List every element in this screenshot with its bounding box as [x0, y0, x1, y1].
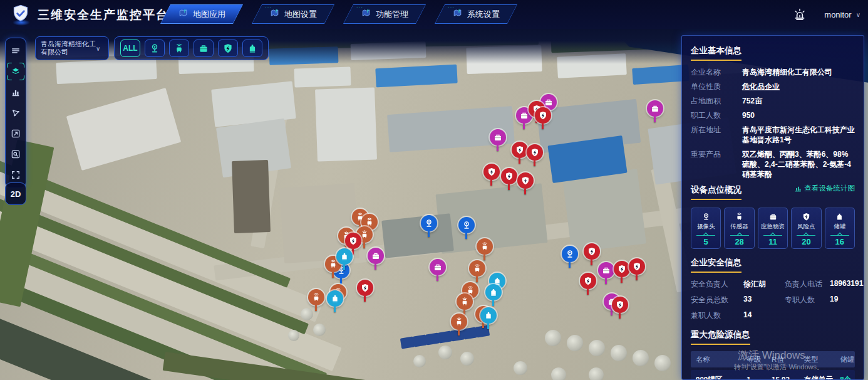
- marker-sensor[interactable]: [308, 289, 324, 305]
- device-stats-link[interactable]: 查看设备统计图: [794, 184, 855, 193]
- filter-sensor-button[interactable]: [169, 40, 189, 57]
- safety-value: 14: [743, 310, 785, 321]
- nav-tab-地图应用[interactable]: 地图应用: [160, 4, 243, 24]
- marker-camera[interactable]: [562, 246, 578, 262]
- info-label: 重要产品: [691, 149, 742, 179]
- marker-tank[interactable]: [336, 248, 353, 265]
- scene-3d-tool[interactable]: [9, 65, 23, 78]
- info-row-企业名称: 企业名称青岛海湾精细化工有限公司: [691, 67, 855, 77]
- filter-camera-button[interactable]: [145, 40, 165, 57]
- table-cell: 15.92: [767, 376, 799, 380]
- header-bar: 三维安全生产监控平台 地图应用···地图设置···功能管理···系统设置 mon…: [0, 0, 868, 29]
- stat-card-风险点[interactable]: 风险点20: [791, 208, 821, 249]
- marker-risk[interactable]: [629, 258, 645, 275]
- stat-card-摄像头[interactable]: 摄像头5: [691, 208, 721, 249]
- marker-risk[interactable]: [535, 107, 551, 124]
- marker-risk[interactable]: [580, 273, 596, 289]
- marker-supplies[interactable]: [430, 259, 446, 275]
- stat-value: 28: [735, 237, 743, 246]
- map-building: [466, 45, 542, 74]
- stat-card-储罐[interactable]: 储罐16: [825, 208, 855, 249]
- marker-camera[interactable]: [458, 217, 475, 233]
- marker-risk[interactable]: [527, 144, 543, 161]
- marker-risk[interactable]: [345, 233, 361, 249]
- marker-risk[interactable]: [501, 168, 517, 184]
- marker-camera[interactable]: [421, 215, 437, 231]
- marker-sensor[interactable]: [477, 238, 493, 255]
- bar-chart-icon: [794, 184, 802, 193]
- map-building: [315, 87, 377, 161]
- section-title-hazards: 重大危险源信息: [691, 329, 750, 345]
- inspect-tool[interactable]: [9, 147, 23, 161]
- marker-sensor[interactable]: [457, 293, 473, 310]
- info-value: 青岛海湾精细化工有限公司: [742, 67, 832, 77]
- page-title: 三维安全生产监控平台: [38, 7, 169, 23]
- marker-supplies[interactable]: [598, 262, 614, 278]
- marker-tank[interactable]: [480, 307, 497, 324]
- company-select-value: 青岛海湾精细化工有限公司: [41, 40, 96, 56]
- marker-sensor[interactable]: [469, 260, 485, 277]
- marker-tank[interactable]: [327, 290, 343, 307]
- table-cell: 8个: [835, 375, 855, 380]
- marker-supplies[interactable]: [368, 248, 384, 264]
- stat-value: 5: [704, 237, 708, 246]
- stat-card-传感器[interactable]: 传感器28: [724, 208, 754, 249]
- nav-tab-系统设置[interactable]: ···系统设置: [435, 4, 517, 24]
- map-building: [562, 169, 646, 253]
- info-row-占地面积: 占地面积752亩: [691, 96, 855, 106]
- stat-divider: [730, 233, 749, 236]
- safety-value: 33: [743, 295, 785, 305]
- table-cell: 1: [741, 376, 767, 380]
- marker-sensor[interactable]: [451, 314, 467, 330]
- alarm-siren-icon[interactable]: [792, 6, 808, 23]
- table-header-row: 名称等级R值类型储罐: [691, 351, 855, 367]
- stats-tool[interactable]: [9, 85, 23, 99]
- map-building: [232, 160, 271, 233]
- filter-all-button[interactable]: ALL: [120, 40, 140, 57]
- safety-value: [830, 310, 864, 321]
- map-building: [56, 58, 157, 84]
- marker-tank[interactable]: [485, 284, 502, 300]
- chevron-down-icon: ∨: [96, 45, 100, 52]
- marker-risk[interactable]: [517, 172, 534, 189]
- polygon-tool[interactable]: [9, 106, 23, 120]
- stat-divider: [763, 233, 782, 236]
- measure-tool[interactable]: [9, 127, 23, 140]
- user-menu[interactable]: monitor ∨: [824, 10, 860, 19]
- filter-supplies-button[interactable]: [194, 40, 214, 57]
- table-row[interactable]: 909罐区115.92存储单元8个: [691, 370, 855, 380]
- company-select[interactable]: 青岛海湾精细化工有限公司 ∨: [35, 36, 109, 60]
- stat-card-应急物资[interactable]: 应急物资11: [758, 208, 788, 249]
- table-cell: 909罐区: [691, 375, 741, 380]
- marker-risk[interactable]: [614, 261, 630, 277]
- map-building: [381, 213, 454, 258]
- table-header-cell: 储罐: [835, 355, 855, 364]
- toggle-2d-button[interactable]: 2D: [5, 182, 26, 205]
- safety-label: 安全负责人: [691, 279, 743, 290]
- nav-tab-功能管理[interactable]: ···功能管理: [343, 4, 426, 24]
- map-building: [66, 88, 181, 171]
- info-label: 占地面积: [691, 96, 742, 106]
- menu-tool[interactable]: [9, 44, 23, 58]
- marker-supplies[interactable]: [490, 129, 506, 145]
- nav-tab-inner: ···地图设置: [252, 5, 334, 23]
- fullscreen-tool[interactable]: [9, 168, 23, 182]
- marker-risk[interactable]: [357, 280, 373, 296]
- marker-risk[interactable]: [483, 164, 500, 180]
- table-header-cell: R值: [767, 355, 799, 364]
- table-header-cell: 名称: [691, 355, 741, 364]
- nav-tab-地图设置[interactable]: ···地图设置: [252, 4, 334, 24]
- marker-risk[interactable]: [512, 142, 528, 158]
- info-value: 危化品企业: [742, 82, 780, 92]
- nav-tab-label: 功能管理: [376, 9, 408, 20]
- marker-supplies[interactable]: [647, 100, 663, 117]
- marker-risk[interactable]: [584, 243, 600, 260]
- filter-risk-button[interactable]: [218, 40, 238, 57]
- nav-tab-label: 系统设置: [467, 9, 500, 20]
- safety-value: 19: [830, 295, 864, 305]
- marker-risk[interactable]: [612, 297, 628, 313]
- filter-tank-button[interactable]: [242, 40, 262, 57]
- map-tank-shape: [288, 330, 299, 341]
- map-tank-shape: [551, 367, 566, 380]
- map-tank-shape: [301, 308, 313, 320]
